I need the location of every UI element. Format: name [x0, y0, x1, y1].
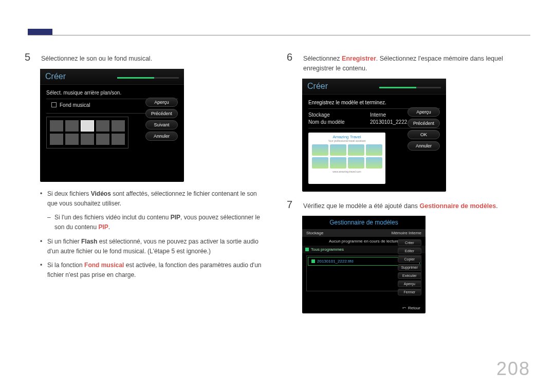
bgm-checkbox-label: Fond musical [60, 102, 90, 108]
thumb[interactable] [81, 134, 94, 145]
note-2: Si un fichier Flash est sélectionné, vou… [40, 237, 268, 256]
bold-flash: Flash [81, 238, 97, 245]
progress-accent [117, 77, 179, 79]
step-5-text: Sélectionnez le son ou le fond musical. [41, 51, 152, 64]
preview-button[interactable]: Aperçu [398, 281, 421, 287]
device-side-buttons: Aperçu Précédent OK Annuler [408, 107, 440, 151]
bold-pip: PIP [171, 214, 180, 221]
previous-button[interactable]: Précédent [408, 119, 440, 128]
square-icon [305, 248, 309, 251]
device-title-text: Créer [307, 82, 328, 90]
modelname-label: Nom du modèle [308, 119, 349, 125]
step-5: 5 Sélectionnez le son ou le fond musical… [25, 51, 268, 64]
card-cell [312, 157, 328, 169]
storage-value: Interne [370, 112, 386, 118]
text: . [108, 223, 110, 231]
next-button[interactable]: Suivant [145, 120, 178, 129]
thumb[interactable] [96, 134, 109, 145]
thumb[interactable] [65, 134, 79, 145]
card-image-row [310, 144, 383, 169]
cancel-button[interactable]: Annuler [145, 132, 178, 141]
note-1: Si deux fichiers Vidéos sont affectés, s… [40, 189, 268, 209]
thumb[interactable] [65, 120, 79, 132]
manager-side-buttons: Créer Editer Copier Supprimer Exécuter A… [398, 239, 421, 295]
page-number: 208 [496, 358, 530, 380]
card-cell [348, 157, 364, 169]
note-3: Si la fonction Fond musical est activée,… [40, 260, 268, 280]
step-6-text: Sélectionnez Enregistrer. Sélectionnez l… [303, 51, 530, 73]
ok-button[interactable]: OK [408, 130, 440, 139]
device-screen-creer-save: Créer Enregistrez le modèle et terminez.… [302, 79, 446, 192]
card-subheader: Your professional travel assistant [310, 139, 383, 142]
bold-pip-red: PIP [98, 223, 108, 231]
notes-list: Si deux fichiers Vidéos sont affectés, s… [40, 189, 268, 281]
card-cell [348, 144, 364, 156]
copy-button[interactable]: Copier [398, 256, 421, 263]
create-button[interactable]: Créer [398, 239, 421, 246]
card-cell [366, 144, 382, 156]
delete-button[interactable]: Supprimer [398, 264, 421, 271]
bold-gestionnaire: Gestionnaire de modèles [420, 202, 496, 210]
device-side-buttons: Aperçu Précédent Suivant Annuler [145, 98, 178, 141]
text: Vérifiez que le modèle a été ajouté dans [303, 202, 420, 210]
step-7-text: Vérifiez que le modèle a été ajouté dans… [303, 199, 498, 211]
text: Si l'un des fichiers vidéo inclut du con… [54, 214, 171, 221]
thumbnail-grid [46, 117, 128, 148]
thumb[interactable] [50, 134, 63, 145]
thumb[interactable] [112, 134, 125, 145]
header-rule [28, 35, 530, 35]
header-accent [28, 29, 52, 35]
text: Si un fichier [47, 238, 81, 245]
manager-storage-label: Stockage [306, 231, 323, 235]
device-title-text: Créer [45, 72, 66, 81]
card-footer: www.amazing-travel.com [310, 170, 383, 173]
thumb[interactable] [96, 120, 109, 132]
cancel-button[interactable]: Annuler [408, 141, 440, 151]
thumb[interactable] [112, 120, 125, 132]
checkbox-icon[interactable] [51, 102, 57, 107]
device-title: Créer [302, 79, 446, 95]
previous-button[interactable]: Précédent [145, 109, 178, 118]
storage-label: Stockage [308, 112, 349, 118]
text: . [496, 202, 497, 210]
thumb-selected[interactable] [81, 120, 94, 132]
device-screen-creer-sound: Créer Sélect. musique arrière plan/son. … [40, 69, 184, 182]
card-cell [330, 157, 346, 169]
device-prompt: Sélect. musique arrière plan/son. [46, 90, 178, 96]
progress-accent [379, 87, 441, 88]
preview-button[interactable]: Aperçu [408, 107, 440, 117]
two-column-layout: 5 Sélectionnez le son ou le fond musical… [25, 51, 530, 321]
close-button[interactable]: Fermer [398, 289, 421, 295]
template-preview-card: Amazing Travel Your professional travel … [308, 133, 385, 184]
manager-file-name: 20130101_2222.tlfd [317, 259, 354, 264]
edit-button[interactable]: Editer [398, 248, 421, 254]
card-cell [366, 157, 382, 169]
return-label[interactable]: Retour [402, 305, 420, 310]
step-7: 7 Vérifiez que le modèle a été ajouté da… [287, 199, 530, 211]
text: Si deux fichiers [47, 190, 91, 197]
device-prompt: Enregistrez le modèle et terminez. [308, 100, 440, 105]
bold-fond-musical: Fond musical [84, 262, 124, 269]
square-icon [311, 259, 315, 263]
step-5-number: 5 [25, 51, 34, 64]
step-6: 6 Sélectionnez Enregistrer. Sélectionnez… [287, 51, 530, 73]
bold-videos: Vidéos [91, 190, 111, 197]
thumb[interactable] [50, 120, 63, 132]
bold-enregistrer: Enregistrer [342, 55, 376, 62]
card-cell [312, 144, 328, 156]
return-text: Retour [408, 306, 420, 310]
preview-button[interactable]: Aperçu [145, 98, 178, 107]
device-title: Créer [40, 69, 184, 85]
manager-tab-label: Tous programmes [311, 247, 344, 252]
card-cell [330, 144, 346, 156]
text: Si la fonction [47, 262, 84, 269]
right-column: 6 Sélectionnez Enregistrer. Sélectionnez… [287, 51, 530, 321]
manager-title: Gestionnaire de modèles [302, 216, 425, 229]
card-header: Amazing Travel [310, 135, 383, 139]
note-1-sub: Si l'un des fichiers vidéo inclut du con… [47, 213, 268, 232]
step-7-number: 7 [287, 199, 296, 211]
left-column: 5 Sélectionnez le son ou le fond musical… [25, 51, 268, 321]
run-button[interactable]: Exécuter [398, 272, 421, 279]
step-6-number: 6 [287, 51, 296, 73]
device-screen-template-manager: Gestionnaire de modèles Stockage Mémoire… [302, 216, 425, 313]
